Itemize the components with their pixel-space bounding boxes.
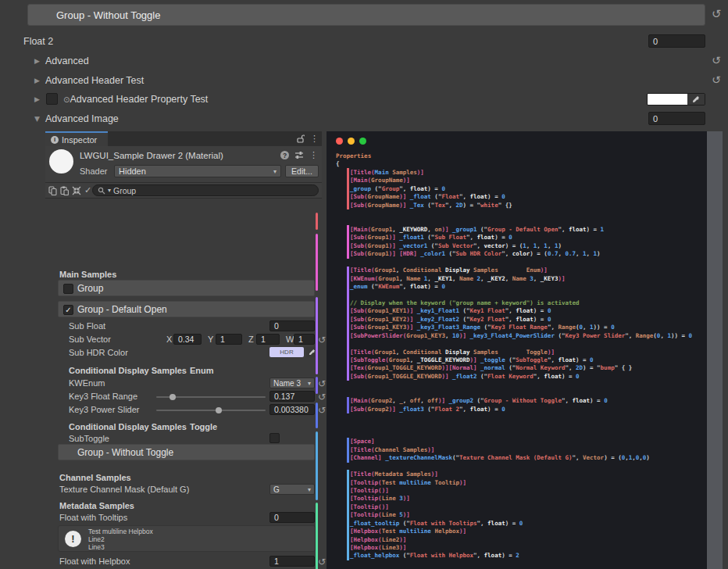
search-filter-caret: ▾	[108, 187, 111, 194]
property-label: Texture Channel Mask (Default G)	[59, 485, 189, 494]
foldout-label: Advanced	[45, 55, 89, 66]
code-section-bar	[347, 486, 349, 495]
value-field[interactable]: 1	[269, 556, 315, 567]
code-line: // Display when the keyword ("group name…	[327, 299, 707, 307]
hdr-color-swatch[interactable]: HDR	[269, 347, 304, 357]
code-scrollbar[interactable]	[707, 131, 723, 569]
code-section-bar	[347, 552, 349, 560]
undo-icon[interactable]: ↺	[318, 392, 326, 403]
undo-icon[interactable]: ↺	[712, 9, 722, 20]
row-sub-float: Sub Float0	[45, 320, 322, 333]
group-header-label: Group	[77, 283, 103, 294]
undo-icon[interactable]: ↺	[318, 335, 326, 345]
group-without-toggle-header[interactable]: Group - Without Toggle	[27, 4, 705, 26]
group-header-plain[interactable]: Group - Without Toggle	[58, 444, 315, 460]
dropdown[interactable]: Name 3▾	[269, 378, 315, 388]
code-line	[327, 291, 707, 299]
code-text: [Sub(Group2)] _float3 ("Float 2", float)…	[350, 406, 505, 414]
code-text: [Main(Group2, _, off, off)] _group2 ("Gr…	[350, 397, 608, 406]
undo-icon[interactable]: ↺	[318, 378, 326, 389]
lock-icon[interactable]	[297, 134, 305, 143]
undo-icon[interactable]: ↺	[712, 74, 721, 85]
undo-icon[interactable]: ↺	[318, 556, 326, 567]
foldout-open-icon[interactable]: ▼	[34, 115, 40, 123]
code-section-bar	[347, 282, 349, 291]
dropdown[interactable]: G▾	[269, 484, 315, 495]
zoom-button[interactable]	[359, 138, 366, 145]
eyedropper-icon[interactable]	[687, 94, 705, 105]
toggle-checkbox[interactable]	[269, 433, 280, 443]
code-line: [Main(Group1, _KEYWORD, on)] _group1 ("G…	[327, 226, 707, 234]
info-icon: i	[51, 136, 59, 144]
edit-shader-button[interactable]: Edit...	[285, 165, 319, 177]
code-text: [Sub(Group1)] [HDR] _color1 ("Sub HDR Co…	[350, 250, 601, 259]
minimize-button[interactable]	[348, 138, 355, 145]
group-header-unchecked[interactable]: Group	[58, 280, 315, 296]
code-section-bar	[347, 503, 349, 511]
code-text: [Tooltip(Line 3)]	[350, 495, 410, 503]
code-line: [Sub(GroupName)] _float ("Float", float)…	[327, 193, 707, 201]
code-line	[327, 430, 707, 438]
property-checkbox[interactable]	[46, 93, 58, 105]
value-field[interactable]: 0	[269, 512, 315, 523]
code-text: {	[336, 160, 340, 169]
material-toolbar: ✓ + − ▾ Group	[45, 183, 322, 199]
code-line: [Helpbox(Line2)]	[327, 536, 707, 544]
foldout-closed-icon[interactable]: ▶	[34, 57, 40, 65]
foldout-closed-icon[interactable]: ▶	[34, 95, 40, 103]
code-text: [Helpbox(Line3)]	[350, 544, 406, 553]
color-swatch[interactable]	[648, 94, 687, 105]
presets-icon[interactable]	[294, 151, 304, 159]
group-toggle-checkbox[interactable]	[63, 284, 73, 294]
tab-inspector[interactable]: i Inspector	[45, 131, 108, 146]
foldout-closed-icon[interactable]: ▶	[34, 77, 40, 84]
target-icon: ⊙	[63, 95, 70, 104]
slider-track[interactable]	[156, 410, 266, 411]
shader-dropdown[interactable]: Hidden ▾	[114, 165, 281, 177]
value-field[interactable]: 0.137	[269, 391, 315, 402]
value-field[interactable]: 1	[216, 334, 242, 345]
slider-track[interactable]	[156, 396, 266, 398]
value-field[interactable]: 1	[294, 334, 315, 345]
slider-handle[interactable]	[170, 394, 176, 400]
code-section-bar	[347, 324, 349, 332]
help-icon[interactable]: ?	[280, 151, 289, 159]
code-text: [Sub(Group1_TOGGLE_KEYWORD)] _float2 ("F…	[350, 373, 580, 381]
section-title: Channel Samples	[59, 473, 131, 482]
code-text: [Title(Main Samples)]	[350, 169, 424, 177]
code-section-bar	[347, 177, 349, 185]
slider-handle[interactable]	[216, 407, 222, 413]
code-section-bar	[347, 478, 349, 487]
value-field[interactable]: 0	[648, 34, 705, 48]
code-section-bar	[347, 470, 349, 478]
group-header-label: Group - Default Open	[77, 304, 167, 315]
close-button[interactable]	[336, 138, 343, 145]
undo-icon[interactable]: ↺	[318, 405, 326, 416]
kebab-menu-icon[interactable]: ⋮	[309, 150, 318, 160]
search-input[interactable]: ▾ Group	[92, 184, 319, 196]
helpbox-line: Line3	[88, 543, 153, 551]
code-text: [Sub(Group1)] _vector1 ("Sub Vector", ve…	[350, 242, 562, 251]
top-row-float-2: Float 20	[0, 34, 728, 49]
property-label: Sub HDR Color	[69, 348, 128, 357]
value-field[interactable]: 1	[256, 334, 280, 345]
chevron-down-icon: ▾	[273, 168, 277, 175]
collapse-all-icon[interactable]	[71, 185, 81, 195]
group-header-checked[interactable]: ✓Group - Default Open	[58, 301, 315, 317]
undo-icon[interactable]: ↺	[712, 55, 721, 66]
section-title-suffix: Enum	[190, 366, 214, 375]
code-section-bar	[347, 307, 349, 316]
color-field[interactable]	[647, 93, 705, 106]
paste-icon[interactable]	[59, 185, 70, 195]
top-row-advanced-header-property-test: ▶⊙Advanced Header Property Test	[0, 92, 728, 107]
kebab-menu-icon[interactable]: ⋮	[310, 134, 319, 144]
group-toggle-checkbox[interactable]: ✓	[63, 305, 73, 315]
code-line: [Tex(Group1_TOGGLE_KEYWORD)][Normal] _no…	[327, 364, 707, 372]
code-editor[interactable]: Properties{[Title(Main Samples)][Main(Gr…	[327, 131, 707, 569]
value-field[interactable]: 0.003380	[269, 404, 315, 415]
copy-icon[interactable]	[48, 185, 58, 195]
value-field[interactable]: 0.34	[173, 334, 202, 345]
value-field[interactable]: 0	[269, 320, 315, 331]
value-field[interactable]: 0	[648, 112, 705, 125]
material-preview-sphere[interactable]	[49, 149, 73, 174]
